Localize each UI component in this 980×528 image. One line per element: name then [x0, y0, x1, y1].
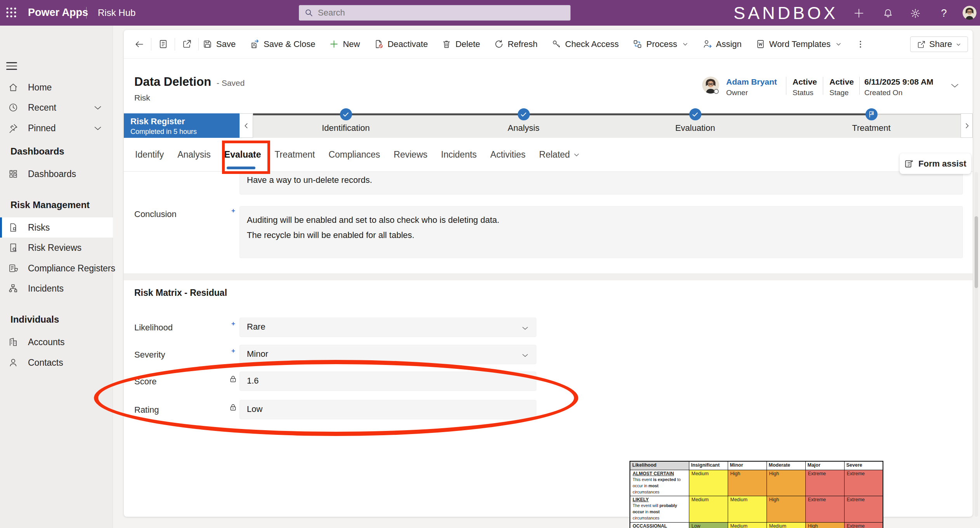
tab-compliances[interactable]: Compliances — [328, 138, 380, 172]
back-button[interactable] — [132, 36, 147, 52]
sidebar-item-dashboards[interactable]: Dashboards — [0, 164, 113, 184]
open-in-new-window-button[interactable] — [179, 36, 194, 52]
share-button[interactable]: Share — [910, 36, 968, 52]
building-icon — [8, 337, 18, 347]
save-icon — [203, 39, 212, 49]
user-avatar[interactable] — [963, 6, 977, 20]
stage-label: Evaluation — [656, 123, 734, 133]
command-bar: Save Save & Close New Deactivate Delete … — [124, 30, 973, 59]
sidebar-item-contacts[interactable]: Contacts — [0, 353, 113, 372]
settings-gear-icon[interactable] — [909, 7, 921, 19]
bpf-stage-treatment[interactable]: Treatment — [833, 108, 910, 133]
more-commands-button[interactable] — [856, 40, 865, 49]
sidebar-item-risks[interactable]: Risks — [0, 217, 113, 238]
sidebar-item-home[interactable]: Home — [0, 78, 113, 97]
likelihood-dropdown[interactable]: Rare — [239, 318, 536, 337]
risk-document-icon — [8, 222, 18, 233]
field-value: Have a way to un-delete records. — [240, 172, 963, 185]
sidebar-item-incidents[interactable]: Incidents — [0, 279, 113, 298]
notifications-bell-icon[interactable] — [882, 7, 894, 19]
dashboard-icon — [8, 169, 18, 179]
save-status: - Saved — [217, 78, 245, 87]
tab-treatment[interactable]: Treatment — [274, 138, 315, 172]
flow-nodes-icon — [8, 283, 18, 294]
environment-name[interactable]: SANDBOX — [734, 3, 842, 23]
assign-button[interactable]: Assign — [702, 39, 742, 49]
tab-reviews[interactable]: Reviews — [394, 138, 427, 172]
tab-activities[interactable]: Activities — [490, 138, 526, 172]
mitigation-text-field[interactable]: Have a way to un-delete records. — [239, 172, 963, 195]
app-name[interactable]: Power Apps — [28, 7, 88, 19]
tab-related[interactable]: Related — [539, 138, 580, 172]
form-tabs: Identify Analysis Evaluate Treatment Com… — [124, 138, 973, 172]
header-expand-chevron-icon[interactable] — [950, 80, 960, 90]
divider — [859, 77, 860, 95]
rating-field[interactable]: Low — [239, 400, 536, 419]
process-button[interactable]: Process — [633, 39, 688, 49]
conclusion-line: Auditing will be enabled and set to also… — [247, 212, 963, 228]
scrollbar-thumb[interactable] — [975, 216, 978, 288]
sidebar-item-label: Accounts — [28, 337, 65, 347]
search-input[interactable] — [318, 8, 551, 18]
global-search[interactable] — [299, 5, 571, 21]
recommended-marker: + — [231, 347, 235, 355]
add-icon[interactable] — [853, 7, 865, 19]
delete-button[interactable]: Delete — [442, 39, 480, 49]
form-assist-button[interactable]: Form assist — [900, 153, 971, 174]
conclusion-field[interactable]: Auditing will be enabled and set to also… — [239, 206, 963, 258]
sidebar-item-accounts[interactable]: Accounts — [0, 332, 113, 352]
tab-incidents[interactable]: Incidents — [441, 138, 477, 172]
clock-icon — [8, 102, 18, 113]
save-and-close-button[interactable]: Save & Close — [250, 39, 315, 49]
severity-dropdown[interactable]: Minor — [239, 345, 536, 364]
sidebar-item-risk-reviews[interactable]: Risk Reviews — [0, 238, 113, 257]
waffle-menu-icon[interactable] — [5, 7, 18, 19]
sitemap-collapse-icon[interactable] — [6, 60, 17, 69]
stage-check-icon — [689, 108, 701, 120]
sidebar-item-compliance-registers[interactable]: Compliance Registers — [0, 259, 113, 278]
bpf-duration: Completed in 5 hours — [130, 128, 239, 136]
new-button[interactable]: New — [329, 39, 360, 49]
chevron-down-icon — [956, 42, 961, 47]
stage-label: Analysis — [485, 123, 562, 133]
help-icon[interactable]: ? — [938, 7, 950, 19]
sidebar-item-label: Incidents — [28, 283, 64, 294]
chevron-down-icon[interactable] — [93, 103, 102, 112]
matrix-cell: Medium — [689, 496, 728, 523]
refresh-button[interactable]: Refresh — [494, 39, 538, 49]
save-button[interactable]: Save — [203, 39, 236, 49]
conclusion-label: Conclusion — [134, 209, 177, 219]
score-field[interactable]: 1.6 — [239, 372, 536, 391]
tab-identify[interactable]: Identify — [135, 138, 164, 172]
tab-evaluate[interactable]: Evaluate — [224, 138, 261, 172]
deactivate-button[interactable]: Deactivate — [374, 39, 428, 49]
bpf-scroll-left-button[interactable] — [239, 113, 253, 138]
app-area-name[interactable]: Risk Hub — [98, 7, 135, 18]
sidebar-item-label: Dashboards — [28, 169, 76, 179]
bpf-scroll-right-button[interactable] — [961, 113, 973, 138]
word-templates-button[interactable]: Word Templates — [756, 39, 842, 49]
owner-label: Owner — [726, 89, 777, 97]
sidebar-item-pinned[interactable]: Pinned — [0, 118, 113, 138]
sidebar-item-recent[interactable]: Recent — [0, 98, 113, 117]
likelihood-value: Rare — [240, 318, 536, 332]
bpf-stage-identification[interactable]: Identification — [307, 108, 385, 133]
check-access-button[interactable]: Check Access — [552, 39, 619, 49]
form-selector-button[interactable] — [155, 36, 171, 52]
refresh-icon — [494, 39, 504, 49]
chevron-down-icon[interactable] — [93, 123, 102, 133]
trash-icon — [442, 39, 451, 49]
bpf-stage-evaluation[interactable]: Evaluation — [656, 108, 734, 133]
tab-analysis[interactable]: Analysis — [177, 138, 211, 172]
matrix-cell: High — [805, 522, 844, 528]
bpf-stage-analysis[interactable]: Analysis — [485, 108, 562, 133]
bpf-process-chip[interactable]: Risk Register Completed in 5 hours — [124, 113, 239, 138]
owner-name-link[interactable]: Adam Bryant — [726, 77, 777, 87]
form-assist-label: Form assist — [918, 159, 966, 169]
matrix-cell: Extreme — [844, 496, 883, 523]
sidebar-item-label: Pinned — [28, 123, 56, 134]
bpf-process-name: Risk Register — [130, 116, 239, 127]
matrix-cell: Extreme — [844, 470, 883, 496]
matrix-header: Minor — [728, 461, 767, 470]
presence-indicator — [714, 89, 719, 94]
